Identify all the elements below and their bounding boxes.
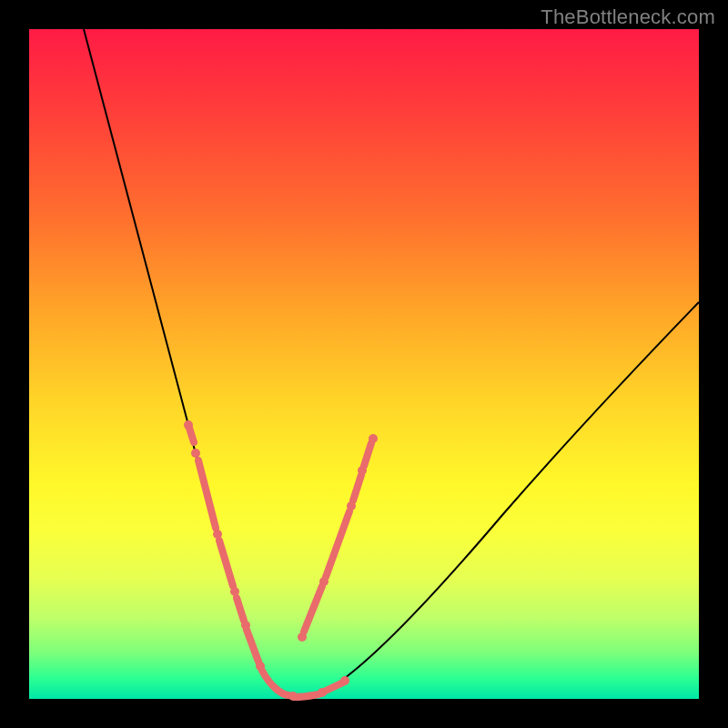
highlight-dot bbox=[318, 688, 327, 697]
plot-area bbox=[29, 29, 699, 699]
chart-frame: TheBottleneck.com bbox=[0, 0, 728, 728]
highlight-seg bbox=[262, 671, 288, 695]
curve-svg bbox=[29, 29, 699, 699]
highlight-dot bbox=[241, 621, 250, 630]
highlight-seg bbox=[326, 682, 343, 691]
highlight-seg bbox=[198, 460, 216, 528]
highlight-dot bbox=[340, 676, 349, 685]
highlight-seg bbox=[353, 475, 361, 500]
highlight-dot bbox=[298, 632, 307, 642]
highlight-seg bbox=[304, 586, 322, 632]
highlight-dot bbox=[319, 577, 329, 586]
highlight-seg bbox=[247, 630, 258, 662]
highlight-dot bbox=[213, 530, 222, 539]
highlight-dot bbox=[358, 466, 367, 475]
highlight-dot bbox=[347, 501, 356, 511]
highlight-dot bbox=[288, 692, 298, 701]
highlight-seg bbox=[295, 694, 318, 697]
watermark-label: TheBottleneck.com bbox=[541, 5, 715, 29]
highlight-seg bbox=[364, 443, 371, 466]
highlight-dot bbox=[230, 587, 239, 596]
highlight-dot bbox=[191, 449, 200, 458]
highlight-seg bbox=[219, 541, 233, 586]
bottleneck-curve bbox=[84, 29, 699, 696]
highlight-seg bbox=[326, 511, 349, 577]
highlight-dot bbox=[369, 434, 378, 443]
highlight-seg bbox=[237, 598, 244, 621]
highlight-dot bbox=[256, 662, 265, 671]
highlight-dot bbox=[184, 420, 193, 430]
